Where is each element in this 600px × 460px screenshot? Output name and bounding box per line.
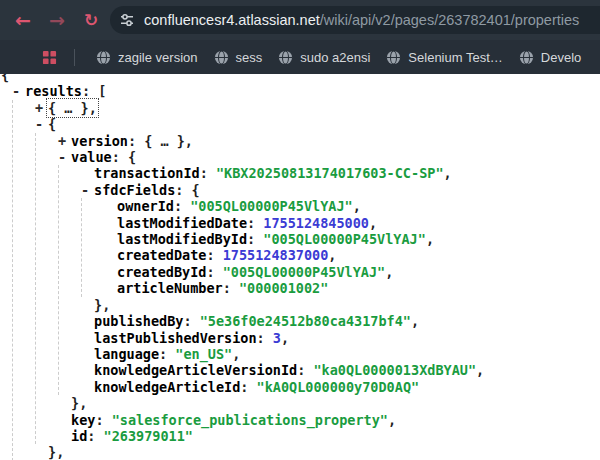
back-button[interactable]: ←: [8, 0, 38, 40]
close-bracket: },: [48, 444, 64, 460]
close-bracket: },: [71, 395, 87, 411]
json-node: publishedBy: "5e36f0e24512b80ca4317bf4",: [81, 313, 600, 329]
json-key: value: [71, 149, 112, 165]
collapsed-object[interactable]: { … },: [144, 133, 193, 149]
json-line: id: "263979011": [58, 428, 600, 444]
json-key: lastModifiedDate: [117, 215, 247, 231]
json-node: -value: {transactionId: "KBX202508131740…: [58, 149, 600, 412]
collapse-toggle[interactable]: -: [35, 116, 48, 132]
comma: ,: [369, 215, 377, 231]
comma: ,: [426, 231, 434, 247]
json-node: -sfdcFields: {ownerId: "005QL00000P45VlY…: [81, 182, 600, 313]
comma: ,: [353, 198, 361, 214]
bookmark-label: sudo a2ensi: [300, 50, 370, 65]
colon: :: [183, 313, 199, 329]
apps-grid-icon[interactable]: [42, 50, 57, 65]
globe-icon: [278, 50, 293, 65]
json-key: version: [71, 133, 128, 149]
collapse-toggle[interactable]: -: [58, 149, 71, 165]
collapsed-object[interactable]: { … },: [48, 100, 97, 116]
json-key: transactionId: [94, 165, 200, 181]
json-key: lastModifiedById: [117, 231, 247, 247]
json-key: publishedBy: [94, 313, 183, 329]
colon: :: [112, 149, 128, 165]
collapse-toggle[interactable]: +: [58, 133, 71, 149]
forward-button[interactable]: →: [42, 0, 72, 40]
json-value-string: "en_US": [175, 346, 232, 362]
comma: ,: [232, 346, 240, 362]
colon: :: [247, 231, 263, 247]
json-node: knowledgeArticleId: "kA0QL000000y70D0AQ": [81, 379, 600, 395]
json-line: -{: [35, 116, 600, 132]
json-value-number: 3: [273, 330, 281, 346]
json-node: +version: { … },: [58, 133, 600, 149]
json-tree: {-results: [+{ … },-{+version: { … },-va…: [0, 74, 600, 460]
json-line: -value: {: [58, 149, 600, 165]
json-node: id: "263979011": [58, 428, 600, 444]
json-line: knowledgeArticleId: "kA0QL000000y70D0AQ": [81, 379, 600, 395]
json-key: lastPublishedVersion: [94, 330, 257, 346]
json-value-string: "005QL00000P45VlYAJ": [223, 264, 386, 280]
comma: ,: [411, 313, 419, 329]
json-line: createdById: "005QL00000P45VlYAJ",: [104, 264, 600, 280]
bookmark-label: sess: [236, 50, 263, 65]
json-value-string: "kA0QL000000y70D0AQ": [257, 379, 420, 395]
browser-toolbar: ← → ↻ confluencesr4.atlassian.net/wiki/a…: [0, 0, 600, 40]
comma: ,: [328, 247, 336, 263]
address-bar[interactable]: confluencesr4.atlassian.net/wiki/api/v2/…: [110, 6, 600, 34]
json-value-string: "000001002": [239, 280, 328, 296]
bookmark-item[interactable]: sess: [214, 50, 263, 65]
json-value-string: "KBX20250813174017603-CC-SP": [216, 165, 444, 181]
colon: :: [87, 428, 103, 444]
colon: :: [206, 264, 222, 280]
bookmark-item[interactable]: sudo a2ensi: [278, 50, 370, 65]
json-node: language: "en_US",: [81, 346, 600, 362]
json-node: lastModifiedDate: 1755124845000,: [104, 215, 600, 231]
bookmark-label: zagile version: [118, 50, 198, 65]
close-bracket: },: [94, 297, 110, 313]
bookmark-label: Develo: [541, 50, 581, 65]
json-line: -sfdcFields: {: [81, 182, 600, 198]
json-key: results: [25, 83, 82, 99]
bookmark-item[interactable]: Selenium Test…: [386, 50, 502, 65]
colon: :: [174, 198, 190, 214]
globe-icon: [386, 50, 401, 65]
json-key: language: [94, 346, 159, 362]
json-node: ownerId: "005QL00000P45VlYAJ",: [104, 198, 600, 214]
json-node: -results: [+{ … },-{+version: { … },-val…: [12, 83, 600, 460]
json-value-number: 1755124837000: [223, 247, 329, 263]
collapse-toggle[interactable]: -: [81, 182, 94, 198]
json-value-string: "005QL00000P45VlYAJ": [263, 231, 426, 247]
json-key: ownerId: [117, 198, 174, 214]
json-node: createdById: "005QL00000P45VlYAJ",: [104, 264, 600, 280]
colon: :: [223, 280, 239, 296]
open-bracket: [: [98, 83, 106, 99]
bookmark-item[interactable]: zagile version: [96, 50, 198, 65]
colon: :: [82, 83, 98, 99]
json-root-open: {: [1, 74, 600, 83]
comma: ,: [444, 165, 452, 181]
json-children: transactionId: "KBX20250813174017603-CC-…: [58, 165, 600, 395]
colon: :: [95, 412, 111, 428]
json-node: articleNumber: "000001002": [104, 280, 600, 296]
url-path: /wiki/api/v2/pages/263782401/properties: [320, 12, 580, 28]
collapse-toggle[interactable]: -: [12, 83, 25, 99]
json-node: knowledgeArticleVersionId: "ka0QL0000013…: [81, 362, 600, 378]
collapse-toggle[interactable]: +: [35, 100, 48, 116]
reload-button[interactable]: ↻: [76, 0, 106, 40]
json-value-string: "salesforce_publications_property": [112, 412, 388, 428]
json-line: articleNumber: "000001002": [104, 280, 600, 296]
bookmarks-list: zagile versionsesssudo a2ensiSelenium Te…: [88, 50, 589, 65]
site-permissions-icon[interactable]: [119, 12, 135, 28]
json-close-line: },: [58, 395, 600, 411]
json-line: publishedBy: "5e36f0e24512b80ca4317bf4",: [81, 313, 600, 329]
colon: :: [206, 247, 222, 263]
json-node: lastModifiedById: "005QL00000P45VlYAJ",: [104, 231, 600, 247]
json-node: lastPublishedVersion: 3,: [81, 330, 600, 346]
json-line: +{ … },: [35, 100, 600, 116]
json-node: key: "salesforce_publications_property",: [58, 412, 600, 428]
colon: :: [200, 165, 216, 181]
bookmark-item[interactable]: Develo: [519, 50, 581, 65]
globe-icon: [519, 50, 534, 65]
json-key: key: [71, 412, 95, 428]
